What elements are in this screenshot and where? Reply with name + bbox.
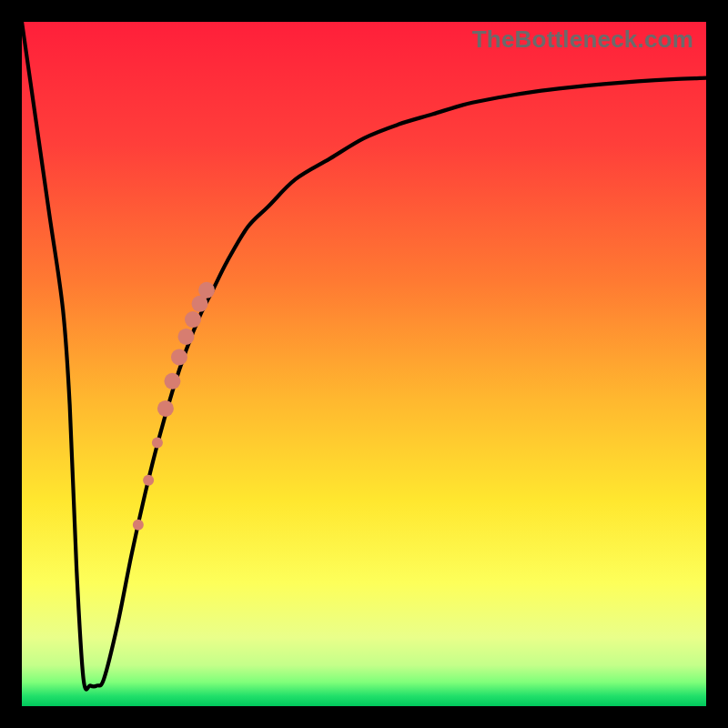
highlight-dot bbox=[198, 282, 215, 298]
highlight-dot bbox=[143, 475, 154, 486]
chart-svg bbox=[22, 22, 706, 706]
watermark-text: TheBottleneck.com bbox=[472, 25, 693, 54]
gradient-background bbox=[22, 22, 706, 706]
highlight-dot bbox=[171, 349, 187, 365]
highlight-dot bbox=[164, 373, 180, 389]
highlight-dot bbox=[133, 520, 144, 531]
plot-area: TheBottleneck.com bbox=[22, 22, 706, 706]
highlight-dot bbox=[185, 311, 201, 328]
highlight-dot bbox=[177, 329, 194, 345]
chart-frame: TheBottleneck.com bbox=[0, 0, 728, 728]
highlight-dot bbox=[157, 400, 174, 417]
highlight-dot bbox=[152, 437, 163, 448]
